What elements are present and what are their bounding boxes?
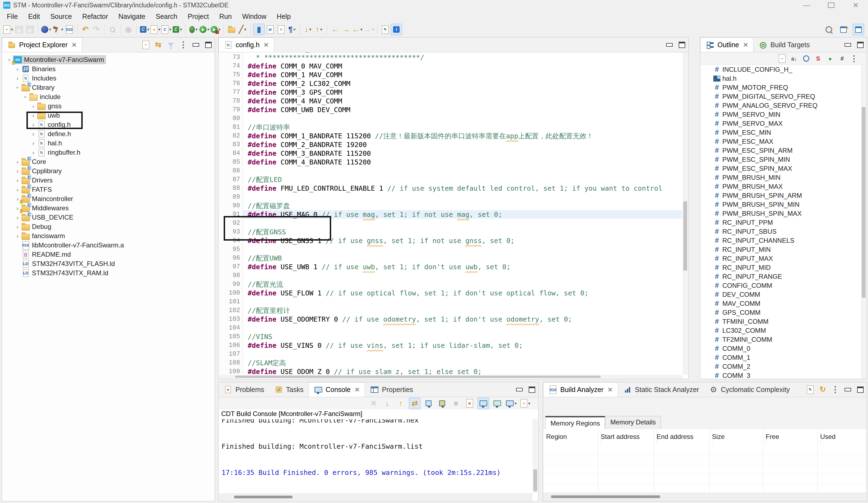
code-line-74[interactable]: 74#define COMM_0 MAV_COMM	[219, 62, 682, 70]
outline-item-rc_input_min[interactable]: #RC_INPUT_MIN	[701, 245, 861, 254]
chevron-expanded-icon[interactable]: ›	[22, 93, 29, 100]
outline-item-rc_input_range[interactable]: #RC_INPUT_RANGE	[701, 272, 861, 281]
maximize-view-icon[interactable]	[204, 40, 213, 49]
outline-item-pwm_brush_max[interactable]: #PWM_BRUSH_MAX	[701, 182, 861, 191]
chevron-collapsed-icon[interactable]: ›	[14, 214, 21, 221]
terminate-button[interactable]: ✕	[368, 398, 379, 409]
subtab-memory-regions[interactable]: Memory Regions	[545, 416, 605, 430]
outline-item-comm_1[interactable]: #COMM_1	[701, 353, 861, 362]
menu-refactor[interactable]: Refactor	[77, 11, 113, 22]
close-tab-icon[interactable]: ✕	[743, 41, 748, 49]
tree-item-debug[interactable]: ›Debug	[2, 222, 214, 231]
device-configuration-button[interactable]: ▾	[41, 24, 52, 35]
new-snippet-button[interactable]: ✎	[380, 24, 391, 35]
outline-item-tf2mini_comm[interactable]: #TF2MINI_COMM	[701, 335, 861, 344]
code-line-94[interactable]: 94#define USE_GNSS 1 // if use gnss, set…	[219, 236, 682, 245]
chevron-collapsed-icon[interactable]: ›	[30, 112, 37, 119]
maximize-view-icon[interactable]	[678, 40, 686, 49]
filter-icon[interactable]	[167, 40, 175, 49]
menu-source[interactable]: Source	[45, 11, 77, 22]
open-split-button[interactable]	[423, 398, 434, 409]
word-wrap-button[interactable]: ≡	[451, 398, 461, 409]
outline-item-pwm_esc_min[interactable]: #PWM_ESC_MIN	[701, 128, 861, 137]
save-all-button[interactable]	[24, 24, 35, 35]
close-tab-icon[interactable]: ✕	[71, 41, 77, 49]
outline-item-config_comm[interactable]: #CONFIG_COMM	[701, 281, 861, 290]
code-line-80[interactable]: 80	[219, 114, 682, 123]
chevron-collapsed-icon[interactable]: ›	[30, 103, 37, 109]
chevron-collapsed-icon[interactable]: ›	[14, 75, 21, 82]
tree-item-usb-device[interactable]: ›CUSB_DEVICE	[2, 213, 214, 222]
column-header-region[interactable]: Region	[544, 429, 601, 444]
info-button[interactable]: i	[391, 24, 402, 35]
code-line-90[interactable]: 90//配置磁罗盘	[219, 201, 682, 210]
console-output[interactable]: Finished building: Mcontroller-v7-FanciS…	[219, 419, 533, 493]
back-history-button[interactable]: ←▾	[351, 24, 363, 35]
code-line-95[interactable]: 95	[219, 245, 682, 254]
new-c-project-button[interactable]: C▾	[139, 24, 150, 35]
undo-button[interactable]: ↶	[80, 24, 91, 35]
outline-item-rc_input_channels[interactable]: #RC_INPUT_CHANNELS	[701, 236, 861, 245]
chevron-collapsed-icon[interactable]: ›	[14, 233, 21, 239]
minimize-view-icon[interactable]	[665, 40, 673, 49]
tree-item-includes[interactable]: ›hIncludes	[2, 74, 214, 83]
open-new-icon[interactable]: ✎	[806, 385, 814, 394]
chevron-collapsed-icon[interactable]: ›	[14, 66, 21, 72]
minimize-view-icon[interactable]	[844, 40, 852, 49]
code-line-79[interactable]: 79#define COMM_UWB DEV_COMM	[219, 105, 682, 114]
tab-config-h[interactable]: h config.h ✕	[218, 37, 274, 52]
menu-navigate[interactable]: Navigate	[113, 11, 151, 22]
tree-item-stm32h743vitx-flash-ld[interactable]: LDSTM32H743VITX_FLASH.ld	[2, 259, 214, 268]
menu-help[interactable]: Help	[272, 11, 296, 22]
minimize-view-icon[interactable]	[515, 385, 524, 394]
console-vscrollbar-thumb[interactable]	[533, 470, 537, 491]
tree-item-binaries[interactable]: ›10Binaries	[2, 64, 214, 74]
menu-window[interactable]: Window	[237, 11, 272, 22]
sort-icon[interactable]: a↓	[790, 54, 798, 63]
menu-search[interactable]: Search	[151, 11, 183, 22]
tab-properties[interactable]: Properties	[365, 382, 418, 397]
tree-item-libmcontroller-v7-fanciswarm-a[interactable]: 010libMcontroller-v7-FanciSwarm.a	[2, 240, 214, 250]
console-hscrollbar-thumb[interactable]	[234, 496, 292, 499]
restore-button[interactable]	[819, 0, 844, 10]
code-line-100[interactable]: 100#define USE_FLOW 1 // if use optical …	[219, 289, 682, 297]
outline-item-rc_input_mid[interactable]: #RC_INPUT_MID	[701, 263, 861, 272]
outline-item-pwm_analog_servo_freq[interactable]: #PWM_ANALOG_SERVO_FREQ	[701, 101, 861, 110]
outline-item-pwm_esc_spin_arm[interactable]: #PWM_ESC_SPIN_ARM	[701, 146, 861, 155]
redo-button[interactable]: ↷	[91, 24, 102, 35]
tree-item-ringbuffer-h[interactable]: ›hringbuffer.h	[2, 148, 214, 157]
code-line-104[interactable]: 104	[219, 324, 682, 332]
analyzer-hscrollbar[interactable]	[544, 493, 866, 501]
debug-button[interactable]: ▾	[188, 24, 199, 35]
code-line-92[interactable]: 92	[219, 219, 682, 227]
menu-file[interactable]: File	[2, 11, 23, 22]
code-line-102[interactable]: 102//配置里程计	[219, 306, 682, 315]
code-line-83[interactable]: 83#define COMM_2_BANDRATE 19200	[219, 140, 682, 149]
column-header-end-address[interactable]: End address	[654, 429, 712, 444]
code-line-78[interactable]: 78#define COMM_4 MAV_COMM	[219, 96, 682, 105]
outline-item-gps_comm[interactable]: #GPS_COMM	[701, 308, 861, 317]
code-line-75[interactable]: 75#define COMM_1 MAV_COMM	[219, 70, 682, 79]
outline-item-pwm_brush_spin_max[interactable]: #PWM_BRUSH_SPIN_MAX	[701, 209, 861, 218]
tree-item-include[interactable]: ›include	[2, 92, 214, 102]
tab-console[interactable]: Console✕	[309, 382, 365, 397]
trim-tool-button[interactable]: ╱▾	[237, 24, 248, 35]
view-menu-icon[interactable]: ⋮	[831, 385, 839, 394]
outline-item-hal.h[interactable]: hal.h	[701, 74, 861, 83]
previous-annotation-button[interactable]: ↑▾	[313, 24, 324, 35]
code-line-97[interactable]: 97#define USE_UWB 1 // if use uwb, set 1…	[219, 263, 682, 271]
tree-item-cpplibrary[interactable]: ›CCpplibrary	[2, 166, 214, 176]
code-line-107[interactable]: 107	[219, 350, 682, 358]
code-line-96[interactable]: 96//配置UWB	[219, 254, 682, 263]
outline-item-pwm_digital_servo_freq[interactable]: #PWM_DIGITAL_SERVO_FREQ	[701, 92, 861, 101]
tab-static-stack-analyzer[interactable]: Static Stack Analyzer	[618, 382, 704, 397]
menu-project[interactable]: Project	[183, 11, 214, 22]
link-with-editor-icon[interactable]: ⇆	[154, 40, 162, 49]
chevron-collapsed-icon[interactable]: ›	[14, 168, 21, 174]
outline-item-pwm_brush_spin_min[interactable]: #PWM_BRUSH_SPIN_MIN	[701, 200, 861, 209]
code-line-85[interactable]: 85#define COMM_4_BANDRATE 115200	[219, 158, 682, 166]
outline-item-pwm_esc_max[interactable]: #PWM_ESC_MAX	[701, 137, 861, 146]
code-line-105[interactable]: 105//VINS	[219, 332, 682, 341]
view-menu-icon[interactable]: ⋮	[850, 54, 858, 63]
chevron-collapsed-icon[interactable]: ›	[30, 122, 37, 128]
